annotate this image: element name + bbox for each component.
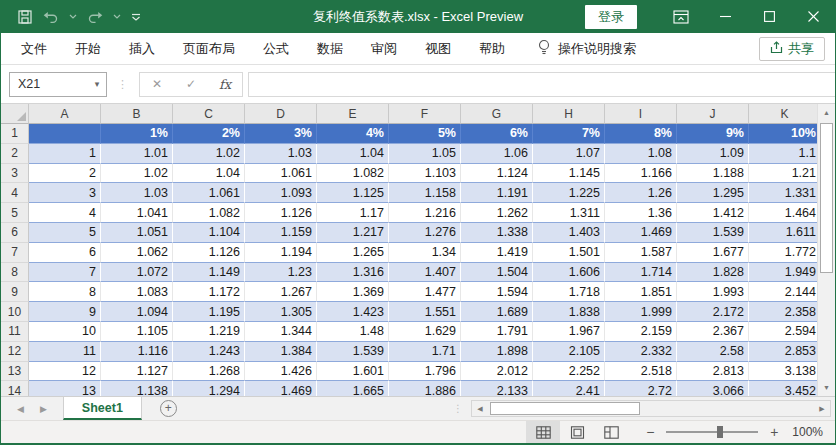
cell-F10[interactable]: 1.551 bbox=[389, 302, 461, 322]
cell-G2[interactable]: 1.06 bbox=[461, 144, 533, 164]
horizontal-scrollbar[interactable]: ◀ ▶ bbox=[471, 400, 831, 417]
minimize-button[interactable] bbox=[703, 0, 747, 33]
cell-J8[interactable]: 1.828 bbox=[677, 263, 749, 283]
cell-G3[interactable]: 1.124 bbox=[461, 164, 533, 184]
zoom-out-button[interactable]: − bbox=[644, 424, 656, 440]
cell-D6[interactable]: 1.159 bbox=[245, 223, 317, 243]
cell-G4[interactable]: 1.191 bbox=[461, 183, 533, 203]
cell-K11[interactable]: 2.594 bbox=[749, 322, 819, 342]
share-button[interactable]: 共享 bbox=[759, 37, 825, 61]
ribbon-tab-审阅[interactable]: 审阅 bbox=[357, 33, 411, 64]
cell-I14[interactable]: 2.72 bbox=[605, 381, 677, 396]
ribbon-tab-帮助[interactable]: 帮助 bbox=[465, 33, 519, 64]
cell-J13[interactable]: 2.813 bbox=[677, 362, 749, 382]
row-header-8[interactable]: 8 bbox=[1, 263, 29, 283]
cell-F7[interactable]: 1.34 bbox=[389, 243, 461, 263]
insert-function-icon[interactable]: fx bbox=[208, 77, 242, 92]
cell-C4[interactable]: 1.061 bbox=[173, 183, 245, 203]
cell-H7[interactable]: 1.501 bbox=[533, 243, 605, 263]
cell-H6[interactable]: 1.403 bbox=[533, 223, 605, 243]
cell-J9[interactable]: 1.993 bbox=[677, 282, 749, 302]
sign-in-button[interactable]: 登录 bbox=[585, 5, 637, 29]
cell-C12[interactable]: 1.243 bbox=[173, 342, 245, 362]
enter-icon[interactable]: ✓ bbox=[174, 77, 208, 91]
column-header-K[interactable]: K bbox=[749, 104, 819, 124]
cell-J12[interactable]: 2.58 bbox=[677, 342, 749, 362]
cell-B2[interactable]: 1.01 bbox=[101, 144, 173, 164]
ribbon-tab-文件[interactable]: 文件 bbox=[7, 33, 61, 64]
add-sheet-button[interactable]: + bbox=[160, 400, 177, 417]
cell-E7[interactable]: 1.265 bbox=[317, 243, 389, 263]
cell-I12[interactable]: 2.332 bbox=[605, 342, 677, 362]
cell-D10[interactable]: 1.305 bbox=[245, 302, 317, 322]
cell-D1[interactable]: 3% bbox=[245, 124, 317, 144]
cell-K6[interactable]: 1.611 bbox=[749, 223, 819, 243]
vertical-scroll-track[interactable] bbox=[818, 121, 835, 379]
cell-J1[interactable]: 9% bbox=[677, 124, 749, 144]
cell-E3[interactable]: 1.082 bbox=[317, 164, 389, 184]
cell-C11[interactable]: 1.219 bbox=[173, 322, 245, 342]
cell-H1[interactable]: 7% bbox=[533, 124, 605, 144]
cell-D9[interactable]: 1.267 bbox=[245, 282, 317, 302]
cell-I2[interactable]: 1.08 bbox=[605, 144, 677, 164]
cell-F5[interactable]: 1.216 bbox=[389, 203, 461, 223]
cell-G8[interactable]: 1.504 bbox=[461, 263, 533, 283]
cell-D8[interactable]: 1.23 bbox=[245, 263, 317, 283]
cell-H4[interactable]: 1.225 bbox=[533, 183, 605, 203]
cell-F9[interactable]: 1.477 bbox=[389, 282, 461, 302]
cell-J4[interactable]: 1.295 bbox=[677, 183, 749, 203]
cell-G10[interactable]: 1.689 bbox=[461, 302, 533, 322]
zoom-in-button[interactable]: + bbox=[768, 424, 780, 440]
cell-D14[interactable]: 1.469 bbox=[245, 381, 317, 396]
scroll-left-icon[interactable]: ◀ bbox=[472, 405, 488, 413]
name-box-dropdown-icon[interactable]: ▾ bbox=[88, 79, 106, 89]
cell-E12[interactable]: 1.539 bbox=[317, 342, 389, 362]
page-layout-view-button[interactable] bbox=[560, 421, 594, 443]
cell-J10[interactable]: 2.172 bbox=[677, 302, 749, 322]
cell-A10[interactable]: 9 bbox=[29, 302, 101, 322]
cell-B1[interactable]: 1% bbox=[101, 124, 173, 144]
cell-C3[interactable]: 1.04 bbox=[173, 164, 245, 184]
cell-J11[interactable]: 2.367 bbox=[677, 322, 749, 342]
cell-K5[interactable]: 1.464 bbox=[749, 203, 819, 223]
cell-D12[interactable]: 1.384 bbox=[245, 342, 317, 362]
cell-D5[interactable]: 1.126 bbox=[245, 203, 317, 223]
row-header-9[interactable]: 9 bbox=[1, 282, 29, 302]
cell-H3[interactable]: 1.145 bbox=[533, 164, 605, 184]
scroll-down-icon[interactable]: ▼ bbox=[818, 379, 835, 396]
cell-G5[interactable]: 1.262 bbox=[461, 203, 533, 223]
cell-A12[interactable]: 11 bbox=[29, 342, 101, 362]
cell-A9[interactable]: 8 bbox=[29, 282, 101, 302]
cell-E6[interactable]: 1.217 bbox=[317, 223, 389, 243]
ribbon-tab-插入[interactable]: 插入 bbox=[115, 33, 169, 64]
cell-G9[interactable]: 1.594 bbox=[461, 282, 533, 302]
cell-B11[interactable]: 1.105 bbox=[101, 322, 173, 342]
ribbon-tab-公式[interactable]: 公式 bbox=[249, 33, 303, 64]
cell-H14[interactable]: 2.41 bbox=[533, 381, 605, 396]
cell-F8[interactable]: 1.407 bbox=[389, 263, 461, 283]
cell-D7[interactable]: 1.194 bbox=[245, 243, 317, 263]
cell-A14[interactable]: 13 bbox=[29, 381, 101, 396]
row-header-11[interactable]: 11 bbox=[1, 322, 29, 342]
cell-B12[interactable]: 1.116 bbox=[101, 342, 173, 362]
cell-A11[interactable]: 10 bbox=[29, 322, 101, 342]
cancel-icon[interactable]: ✕ bbox=[140, 77, 174, 91]
normal-view-button[interactable] bbox=[526, 421, 560, 443]
page-break-preview-button[interactable] bbox=[594, 421, 628, 443]
cell-C7[interactable]: 1.126 bbox=[173, 243, 245, 263]
redo-dropdown-icon[interactable] bbox=[113, 14, 121, 19]
row-header-5[interactable]: 5 bbox=[1, 203, 29, 223]
cell-C10[interactable]: 1.195 bbox=[173, 302, 245, 322]
column-header-C[interactable]: C bbox=[173, 104, 245, 124]
cell-B9[interactable]: 1.083 bbox=[101, 282, 173, 302]
sheet-tab-sheet1[interactable]: Sheet1 bbox=[63, 397, 142, 420]
cell-G6[interactable]: 1.338 bbox=[461, 223, 533, 243]
vertical-scroll-thumb[interactable] bbox=[820, 123, 833, 273]
cell-K10[interactable]: 2.358 bbox=[749, 302, 819, 322]
cell-E5[interactable]: 1.17 bbox=[317, 203, 389, 223]
cell-D2[interactable]: 1.03 bbox=[245, 144, 317, 164]
cell-I11[interactable]: 2.159 bbox=[605, 322, 677, 342]
row-header-10[interactable]: 10 bbox=[1, 302, 29, 322]
cell-J3[interactable]: 1.188 bbox=[677, 164, 749, 184]
ribbon-tab-视图[interactable]: 视图 bbox=[411, 33, 465, 64]
